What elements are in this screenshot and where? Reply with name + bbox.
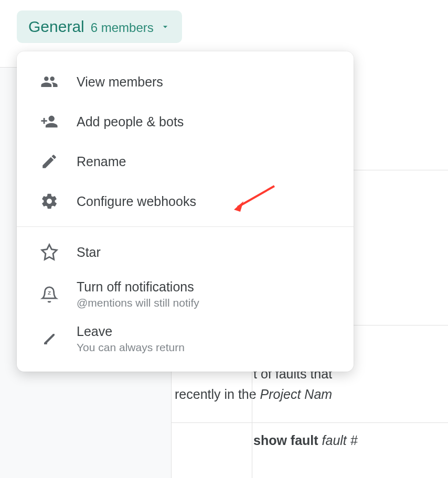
menu-leave[interactable]: Leave You can always return bbox=[17, 317, 354, 361]
star-icon bbox=[40, 243, 59, 262]
text-fragment-bold: show fault bbox=[253, 433, 318, 448]
menu-add-people[interactable]: Add people & bots bbox=[17, 102, 354, 142]
channel-name: General bbox=[28, 18, 84, 36]
channel-selector[interactable]: General 6 members bbox=[17, 10, 182, 43]
chat-text-fragment: recently in the Project Nam bbox=[175, 384, 448, 405]
menu-rename[interactable]: Rename bbox=[17, 142, 354, 181]
menu-configure-webhooks[interactable]: Configure webhooks bbox=[17, 181, 354, 221]
channel-menu-dropdown: View members Add people & bots Rename Co… bbox=[17, 51, 354, 372]
notifications-paused-icon: Z bbox=[40, 285, 59, 304]
message-divider bbox=[171, 422, 448, 423]
chat-text-fragment: show fault fault # bbox=[253, 430, 448, 451]
menu-item-label: Rename bbox=[77, 154, 126, 169]
svg-text:Z: Z bbox=[48, 290, 51, 296]
text-fragment-italic: Project Nam bbox=[260, 387, 333, 401]
menu-item-label: View members bbox=[77, 74, 163, 89]
people-icon bbox=[40, 72, 59, 91]
menu-item-label: Configure webhooks bbox=[77, 194, 196, 209]
menu-star[interactable]: Star bbox=[17, 232, 354, 272]
menu-item-label: Add people & bots bbox=[77, 114, 184, 129]
menu-item-label: Star bbox=[77, 245, 101, 259]
channel-members-count: 6 members bbox=[91, 20, 154, 35]
text-fragment-italic: fault # bbox=[322, 433, 358, 448]
pencil-icon bbox=[40, 152, 59, 171]
menu-item-label: Turn off notifications bbox=[77, 279, 199, 295]
leave-icon bbox=[40, 330, 59, 349]
menu-turn-off-notifications[interactable]: Z Turn off notifications @mentions will … bbox=[17, 272, 354, 317]
menu-divider bbox=[17, 226, 354, 227]
caret-down-icon bbox=[160, 21, 170, 34]
menu-view-members[interactable]: View members bbox=[17, 62, 354, 102]
menu-item-sublabel: You can always return bbox=[77, 341, 185, 354]
annotation-arrow bbox=[230, 183, 277, 215]
text-fragment: recently in the bbox=[175, 387, 257, 401]
menu-item-label: Leave bbox=[77, 324, 185, 339]
svg-line-1 bbox=[238, 186, 274, 207]
menu-item-sublabel: @mentions will still notify bbox=[77, 297, 199, 309]
person-add-icon bbox=[40, 112, 59, 131]
gear-icon bbox=[40, 192, 59, 211]
